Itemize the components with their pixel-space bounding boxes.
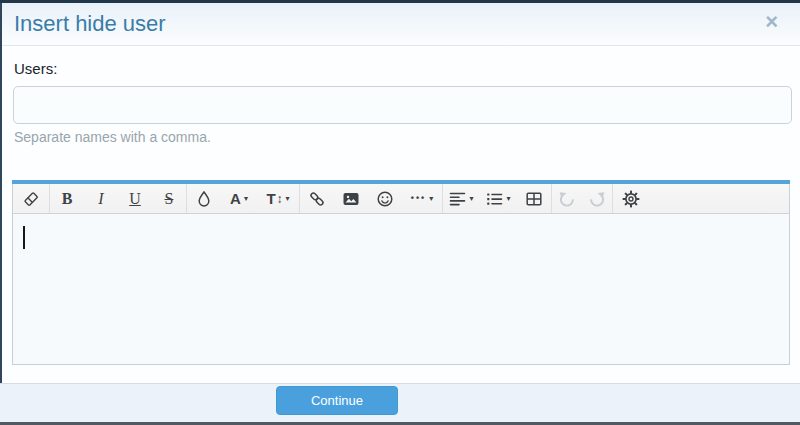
insert-table-button[interactable] bbox=[517, 184, 551, 213]
underline-glyph: U bbox=[129, 191, 141, 207]
droplet-icon bbox=[195, 190, 213, 208]
font-family-button[interactable]: A ▾ bbox=[221, 184, 257, 213]
eraser-icon bbox=[22, 190, 40, 208]
users-input[interactable] bbox=[13, 86, 792, 124]
redo-button[interactable] bbox=[582, 184, 612, 213]
picture-icon bbox=[342, 190, 360, 208]
font-size-glyph: T bbox=[266, 191, 275, 206]
redo-arrow-icon bbox=[588, 190, 606, 208]
rich-text-editor: B I U S A ▾ bbox=[12, 180, 790, 365]
font-size-button[interactable]: T ↕ ▾ bbox=[257, 184, 299, 213]
undo-arrow-icon bbox=[558, 190, 576, 208]
dialog-header: Insert hide user × bbox=[2, 3, 800, 46]
remove-format-button[interactable] bbox=[13, 184, 49, 213]
close-icon[interactable]: × bbox=[765, 11, 778, 33]
underline-button[interactable]: U bbox=[118, 184, 152, 213]
undo-button[interactable] bbox=[552, 184, 582, 213]
editor-settings-button[interactable] bbox=[613, 184, 649, 213]
font-family-glyph: A bbox=[230, 191, 241, 206]
align-left-icon bbox=[449, 191, 466, 207]
editor-toolbar: B I U S A ▾ bbox=[12, 184, 790, 214]
strikethrough-glyph: S bbox=[165, 191, 174, 207]
ellipsis-icon: ••• bbox=[411, 194, 426, 203]
strikethrough-button[interactable]: S bbox=[152, 184, 186, 213]
insert-image-button[interactable] bbox=[334, 184, 368, 213]
italic-button[interactable]: I bbox=[84, 184, 118, 213]
text-cursor bbox=[23, 226, 25, 249]
chevron-down-icon: ▾ bbox=[244, 194, 248, 203]
dialog-footer bbox=[0, 383, 800, 422]
continue-button[interactable]: Continue bbox=[276, 386, 398, 415]
chevron-down-icon: ▾ bbox=[506, 194, 510, 203]
dialog-title: Insert hide user bbox=[14, 11, 166, 37]
insert-hide-user-dialog: Insert hide user × Users: Separate names… bbox=[0, 0, 800, 425]
emoji-button[interactable] bbox=[368, 184, 402, 213]
text-align-button[interactable]: ▾ bbox=[443, 184, 480, 213]
italic-glyph: I bbox=[98, 191, 103, 207]
smiley-icon bbox=[376, 190, 394, 208]
users-label: Users: bbox=[14, 60, 57, 77]
bold-button[interactable]: B bbox=[50, 184, 84, 213]
list-button[interactable]: ▾ bbox=[480, 184, 517, 213]
text-color-button[interactable] bbox=[187, 184, 221, 213]
users-hint-text: Separate names with a comma. bbox=[14, 129, 211, 145]
insert-link-button[interactable] bbox=[300, 184, 334, 213]
updown-arrow-icon: ↕ bbox=[277, 192, 283, 206]
page-left-edge bbox=[0, 3, 2, 421]
editor-content-area[interactable] bbox=[12, 214, 790, 365]
chevron-down-icon: ▾ bbox=[286, 194, 290, 203]
chain-link-icon bbox=[308, 190, 326, 208]
chevron-down-icon: ▾ bbox=[469, 194, 473, 203]
table-grid-icon bbox=[525, 190, 543, 208]
chevron-down-icon: ▾ bbox=[429, 194, 433, 203]
more-options-button[interactable]: ••• ▾ bbox=[402, 184, 442, 213]
gear-icon bbox=[622, 190, 640, 208]
bulleted-list-icon bbox=[486, 191, 503, 207]
bold-glyph: B bbox=[62, 191, 73, 207]
